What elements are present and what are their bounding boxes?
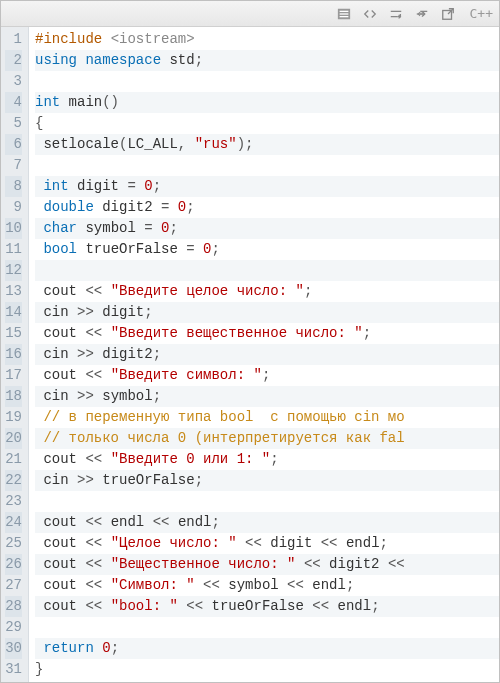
token-op: ;	[195, 472, 203, 488]
code-line[interactable]	[35, 71, 499, 92]
token-id: std	[169, 52, 194, 68]
token-op: <<	[304, 556, 329, 572]
token-str: "rus"	[195, 136, 237, 152]
code-line[interactable]: int main()	[35, 92, 499, 113]
token-id: digit2	[102, 199, 161, 215]
code-line[interactable]: return 0;	[35, 638, 499, 659]
line-number-gutter: 1234567891011121314151617181920212223242…	[1, 27, 29, 682]
line-number: 24	[5, 512, 22, 533]
token-inc: <iostream>	[111, 31, 195, 47]
token-str: "Целое число: "	[111, 535, 245, 551]
token-str: "bool: "	[111, 598, 187, 614]
token-kw: return	[35, 640, 102, 656]
token-op: ;	[153, 388, 161, 404]
line-number: 22	[5, 470, 22, 491]
line-number: 1	[5, 29, 22, 50]
token-kw: int	[35, 94, 69, 110]
token-op: ;	[371, 598, 379, 614]
sync-icon[interactable]: ⇔	[414, 6, 430, 22]
token-id: cout	[35, 325, 85, 341]
token-id: digit2	[102, 346, 152, 362]
token-op: }	[35, 661, 43, 677]
line-number: 10	[5, 218, 22, 239]
line-number: 25	[5, 533, 22, 554]
token-op: ;	[270, 451, 278, 467]
code-editor[interactable]: 1234567891011121314151617181920212223242…	[1, 27, 499, 682]
code-line[interactable]: setlocale(LC_ALL, "rus");	[35, 134, 499, 155]
code-line[interactable]: cout << "Целое число: " << digit << endl…	[35, 533, 499, 554]
token-id: trueOrFalse	[211, 598, 312, 614]
token-str: "Вещественное число: "	[111, 556, 304, 572]
code-line[interactable]: {	[35, 113, 499, 134]
line-number: 14	[5, 302, 22, 323]
code-line[interactable]: cout << "Введите вещественное число: ";	[35, 323, 499, 344]
token-str: "Символ: "	[111, 577, 203, 593]
code-line[interactable]: cout << "Символ: " << symbol << endl;	[35, 575, 499, 596]
token-num: 0	[178, 199, 186, 215]
code-line[interactable]	[35, 491, 499, 512]
token-num: 0	[102, 640, 110, 656]
token-op: ;	[111, 640, 119, 656]
wrap-icon[interactable]	[388, 6, 404, 22]
token-str: "Введите целое число: "	[111, 283, 304, 299]
token-op: =	[161, 199, 178, 215]
token-op: <<	[287, 577, 312, 593]
code-line[interactable]: cout << "Введите символ: ";	[35, 365, 499, 386]
code-area[interactable]: #include <iostream>using namespace std; …	[29, 27, 499, 682]
token-op: ;	[346, 577, 354, 593]
token-id: cout	[35, 535, 85, 551]
code-line[interactable]: cin >> trueOrFalse;	[35, 470, 499, 491]
token-id: digit2	[329, 556, 388, 572]
menu-icon[interactable]	[336, 6, 352, 22]
code-line[interactable]: char symbol = 0;	[35, 218, 499, 239]
token-op: <<	[85, 598, 110, 614]
code-line[interactable]: int digit = 0;	[35, 176, 499, 197]
code-line[interactable]: cin >> symbol;	[35, 386, 499, 407]
token-op: >>	[77, 388, 102, 404]
token-id: digit	[77, 178, 127, 194]
token-op: <<	[85, 556, 110, 572]
code-line[interactable]: #include <iostream>	[35, 29, 499, 50]
line-number: 9	[5, 197, 22, 218]
svg-line-9	[448, 8, 453, 13]
token-pp: #include	[35, 31, 111, 47]
token-id: endl	[338, 598, 372, 614]
token-op: ;	[195, 52, 203, 68]
code-line[interactable]: }	[35, 659, 499, 680]
code-icon[interactable]	[362, 6, 378, 22]
code-line[interactable]: double digit2 = 0;	[35, 197, 499, 218]
code-line[interactable]: bool trueOrFalse = 0;	[35, 239, 499, 260]
code-line[interactable]: cout << "bool: " << trueOrFalse << endl;	[35, 596, 499, 617]
token-op: <<	[85, 367, 110, 383]
token-op: <<	[85, 577, 110, 593]
code-line[interactable]: cin >> digit2;	[35, 344, 499, 365]
line-number: 16	[5, 344, 22, 365]
token-id: cout	[35, 577, 85, 593]
line-number: 13	[5, 281, 22, 302]
token-id: symbol	[85, 220, 144, 236]
code-line[interactable]: // в переменную типа bool с помощью cin …	[35, 407, 499, 428]
token-op: {	[35, 115, 43, 131]
code-line[interactable]: using namespace std;	[35, 50, 499, 71]
token-kw: int	[35, 178, 77, 194]
popout-icon[interactable]	[440, 6, 456, 22]
token-op: ;	[153, 178, 161, 194]
token-kw: bool	[35, 241, 85, 257]
code-line[interactable]: cout << "Введите 0 или 1: ";	[35, 449, 499, 470]
code-line[interactable]: cout << endl << endl;	[35, 512, 499, 533]
token-op: <<	[153, 514, 178, 530]
code-line[interactable]: // только числа 0 (интерпретируется как …	[35, 428, 499, 449]
code-line[interactable]: cout << "Введите целое число: ";	[35, 281, 499, 302]
token-id: trueOrFalse	[102, 472, 194, 488]
line-number: 8	[5, 176, 22, 197]
code-line[interactable]: cin >> digit;	[35, 302, 499, 323]
code-line[interactable]	[35, 617, 499, 638]
code-line[interactable]	[35, 260, 499, 281]
token-op: ;	[153, 346, 161, 362]
token-id: trueOrFalse	[85, 241, 186, 257]
code-line[interactable]: cout << "Вещественное число: " << digit2…	[35, 554, 499, 575]
token-op: <<	[203, 577, 228, 593]
code-line[interactable]	[35, 155, 499, 176]
token-op: <<	[245, 535, 270, 551]
token-op: ;	[186, 199, 194, 215]
